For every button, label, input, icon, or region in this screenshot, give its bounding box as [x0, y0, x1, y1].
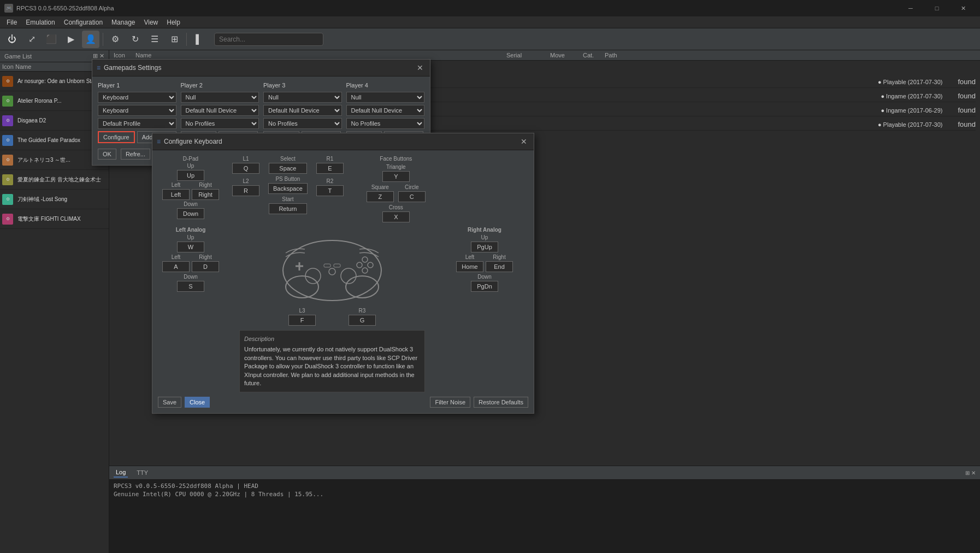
player-2-device-select[interactable]: Default Null Device: [181, 105, 259, 116]
settings-button[interactable]: ⚙: [107, 31, 124, 48]
right-analog-down-button[interactable]: PgDn: [471, 281, 498, 292]
keyboard-footer-left: Save Close: [158, 397, 210, 408]
log-tab-log[interactable]: Log: [114, 468, 128, 478]
left-analog-left-button[interactable]: A: [162, 261, 190, 272]
game-list-title: Game List: [4, 53, 32, 60]
grid-view-button[interactable]: ⊞: [166, 31, 183, 48]
player-1-profile-select[interactable]: Default Profile: [98, 118, 176, 129]
triangle-button[interactable]: Y: [382, 171, 410, 182]
gamepad-svg: [272, 227, 392, 303]
game-name: 電撃文庫 FIGHTI CLIMAX: [17, 216, 104, 222]
player-2-profile-select[interactable]: No Profiles: [181, 118, 259, 129]
right-analog-left-button[interactable]: Home: [456, 261, 483, 272]
menu-view[interactable]: View: [139, 17, 162, 27]
r3-button[interactable]: G: [349, 315, 376, 326]
list-item[interactable]: ⚙ 愛夏的鍊金工房 音大地之鍊金术士: [0, 170, 109, 190]
found-label: found: [958, 106, 976, 114]
log-expand[interactable]: ⊞ ✕: [965, 470, 976, 476]
right-analog-up-label: Up: [481, 234, 488, 240]
ps-button[interactable]: Backspace: [268, 183, 308, 194]
gamepad-image-container: L3 F R3 G Description Unfortunately, we …: [228, 227, 436, 392]
l3-button[interactable]: F: [288, 315, 316, 326]
keyboard-dialog-close[interactable]: ✕: [518, 136, 529, 147]
keyboard-middle-row: Left Analog Up W Left A Right D: [158, 227, 528, 392]
player-1-handler-select[interactable]: Keyboard: [98, 92, 176, 103]
found-label: found: [958, 78, 976, 86]
gamepads-dialog-close[interactable]: ✕: [415, 62, 426, 73]
search-input[interactable]: [214, 33, 323, 46]
media-button[interactable]: ▌: [190, 31, 208, 48]
fullscreen-button[interactable]: ⤢: [23, 31, 40, 48]
close-button[interactable]: ✕: [951, 0, 976, 16]
dpad-down-label: Down: [184, 201, 198, 207]
refresh-button[interactable]: ↻: [126, 31, 144, 48]
player-3-handler-select[interactable]: Null: [263, 92, 342, 103]
l1-button[interactable]: Q: [232, 163, 259, 174]
square-button[interactable]: Z: [367, 191, 394, 202]
menu-manage[interactable]: Manage: [107, 17, 139, 27]
minimize-button[interactable]: ─: [898, 0, 923, 16]
dpad-right-button[interactable]: Right: [192, 189, 219, 200]
start-label: Start: [282, 196, 293, 202]
gamepads-refresh-button[interactable]: Refre...: [121, 149, 150, 160]
right-analog-left-label: Left: [465, 254, 475, 260]
filter-noise-button[interactable]: Filter Noise: [430, 397, 470, 408]
list-item[interactable]: ⚙ 電撃文庫 FIGHTI CLIMAX: [0, 209, 109, 229]
cross-label: Cross: [389, 204, 403, 210]
list-view-button[interactable]: ☰: [146, 31, 163, 48]
player-2-handler-select[interactable]: Null: [181, 92, 259, 103]
game-icon: ⚙: [2, 214, 13, 225]
dpad-right-label: Right: [199, 182, 211, 188]
configure-keyboard-dialog[interactable]: ≡ Configure Keyboard ✕ D-Pad Up Up Left: [152, 133, 534, 414]
dpad-up-button[interactable]: Up: [177, 170, 204, 181]
player-4-handler-select[interactable]: Null: [346, 92, 425, 103]
player-1-configure-button[interactable]: Configure: [98, 131, 135, 143]
gear-icon: ⚙: [6, 216, 10, 221]
left-analog-right-button[interactable]: D: [192, 261, 219, 272]
svg-point-7: [362, 257, 368, 262]
r1-button[interactable]: E: [316, 163, 344, 174]
player-1-device-select[interactable]: Keyboard: [98, 105, 176, 116]
r2-button[interactable]: T: [316, 185, 344, 196]
right-analog-group: Right Analog Up PgUp Left Home Right End: [441, 227, 528, 292]
col-serial-header: Serial: [506, 52, 550, 58]
log-area: Log TTY ⊞ ✕ RPCS3 v0.0.5-6550-252ddf808 …: [109, 466, 980, 553]
menu-emulation[interactable]: Emulation: [21, 17, 59, 27]
menu-configuration[interactable]: Configuration: [60, 17, 107, 27]
select-button[interactable]: Space: [269, 163, 307, 174]
cross-button[interactable]: X: [382, 211, 410, 222]
window-controls: ─ □ ✕: [898, 0, 976, 16]
player-4-profile-select[interactable]: No Profiles: [346, 118, 425, 129]
title-bar: 🎮 RPCS3 0.0.5-6550-252ddf808 Alpha ─ □ ✕: [0, 0, 980, 16]
restore-defaults-button[interactable]: Restore Defaults: [474, 397, 528, 408]
dpad-down-button[interactable]: Down: [177, 208, 204, 219]
face-buttons-group: Face Buttons Triangle Y Square Z Circle …: [352, 156, 440, 222]
menu-file[interactable]: File: [2, 17, 21, 27]
log-tab-tty[interactable]: TTY: [134, 468, 150, 477]
power-button[interactable]: ⏻: [3, 31, 21, 48]
player-4-device-select[interactable]: Default Null Device: [346, 105, 425, 116]
play-button[interactable]: ▶: [62, 31, 80, 48]
circle-button[interactable]: C: [398, 191, 426, 202]
game-icon: ⚙: [2, 96, 13, 107]
keyboard-save-button[interactable]: Save: [158, 397, 181, 408]
left-analog-up-button[interactable]: W: [177, 242, 204, 252]
start-button[interactable]: Return: [269, 203, 307, 214]
maximize-button[interactable]: □: [924, 0, 949, 16]
list-item[interactable]: ⚙ 刀剣神域 -Lost Song: [0, 190, 109, 209]
right-analog-right-button[interactable]: End: [486, 261, 513, 272]
l2-label: L2: [243, 178, 249, 184]
menu-help[interactable]: Help: [162, 17, 185, 27]
gamepad-button[interactable]: 👤: [82, 31, 99, 48]
toolbar-separator-1: [103, 33, 103, 46]
player-3-device-select[interactable]: Default Null Device: [263, 105, 342, 116]
player-3-profile-select[interactable]: No Profiles: [263, 118, 342, 129]
l2-button[interactable]: R: [232, 185, 259, 196]
right-analog-up-button[interactable]: PgUp: [471, 242, 498, 252]
keyboard-close-button[interactable]: Close: [185, 397, 210, 408]
stop-button[interactable]: ⬛: [43, 31, 60, 48]
menu-bar: File Emulation Configuration Manage View…: [0, 16, 980, 28]
dpad-left-button[interactable]: Left: [162, 189, 190, 200]
gamepads-ok-button[interactable]: OK: [98, 149, 116, 160]
left-analog-down-button[interactable]: S: [177, 281, 204, 292]
